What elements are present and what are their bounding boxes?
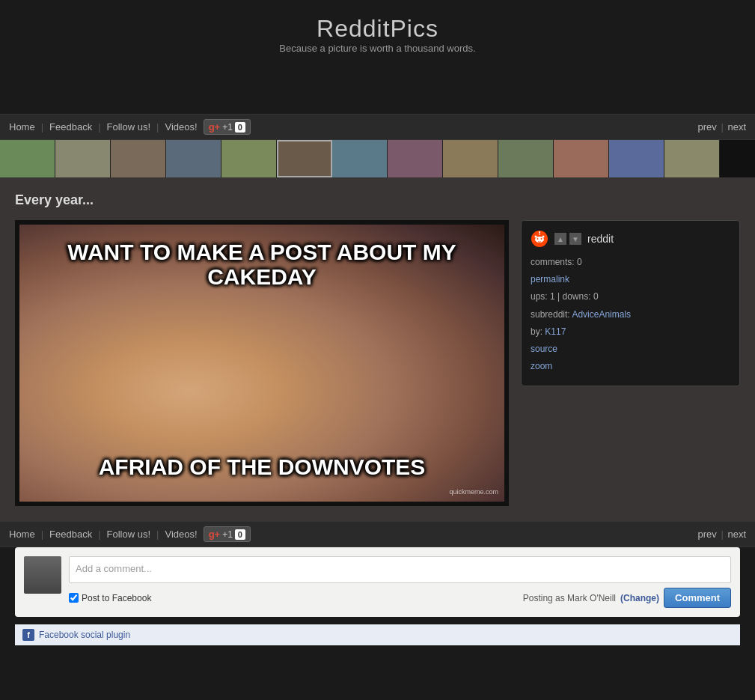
fb-social-plugin: f Facebook social plugin <box>15 624 740 645</box>
subreddit-row: subreddit: AdviceAnimals <box>531 308 730 322</box>
fb-plugin-label: Facebook social plugin <box>39 630 130 640</box>
meme-image: WANT TO MAKE A POST ABOUT MY CAKEDAY AFR… <box>19 225 504 502</box>
image-area: WANT TO MAKE A POST ABOUT MY CAKEDAY AFR… <box>15 220 509 506</box>
svg-point-7 <box>539 231 540 233</box>
by-row: by: K117 <box>531 325 730 339</box>
nav-feedback[interactable]: Feedback <box>49 121 92 133</box>
comments-row: comments: 0 <box>531 255 730 270</box>
gplus-icon: g+ <box>209 121 221 133</box>
bottom-nav-right: prev | next <box>697 529 746 540</box>
permalink-row: permalink <box>531 273 730 287</box>
site-header: RedditPics Because a picture is worth a … <box>0 0 755 61</box>
thumb-3[interactable] <box>111 140 166 177</box>
site-title: RedditPics <box>0 15 755 43</box>
bottom-nav-follow[interactable]: Follow us! <box>107 529 151 540</box>
bottom-next-link[interactable]: next <box>727 529 746 540</box>
downvote-button[interactable]: ▼ <box>569 233 581 245</box>
facebook-icon: f <box>22 629 34 641</box>
avatar-image <box>24 556 61 594</box>
subreddit-link[interactable]: AdviceAnimals <box>572 309 631 320</box>
ups-count: 1 <box>550 291 555 302</box>
comment-section: Add a comment... Post to Facebook Postin… <box>15 547 740 617</box>
change-link[interactable]: (Change) <box>620 593 659 603</box>
nav-sep4: | <box>721 121 723 133</box>
thumb-9[interactable] <box>443 140 498 177</box>
nav-videos[interactable]: Videos! <box>165 121 197 133</box>
comment-box-wrapper: Add a comment... Post to Facebook Postin… <box>24 556 731 608</box>
svg-point-4 <box>535 236 537 238</box>
nav-sep2: | <box>98 121 100 133</box>
nav-home[interactable]: Home <box>9 121 35 133</box>
meme-top-text: WANT TO MAKE A POST ABOUT MY CAKEDAY <box>19 225 504 289</box>
posting-as-text: Posting as Mark O'Neill <box>523 593 616 603</box>
sidebar: ▲ ▼ reddit comments: 0 permalink ups: 1 … <box>521 220 740 506</box>
bottom-nav-sep1: | <box>41 529 43 540</box>
ad-space <box>0 61 755 114</box>
site-subtitle: Because a picture is worth a thousand wo… <box>0 43 755 54</box>
nav-follow[interactable]: Follow us! <box>107 121 151 133</box>
comment-input[interactable]: Add a comment... <box>69 556 731 583</box>
svg-point-5 <box>542 236 545 238</box>
next-link[interactable]: next <box>727 121 746 133</box>
meme-bottom-text: AFRIAD OF THE DOWNVOTES <box>19 454 504 502</box>
post-body: WANT TO MAKE A POST ABOUT MY CAKEDAY AFR… <box>15 220 740 506</box>
bottom-gplus-button[interactable]: g+ +1 0 <box>204 526 251 542</box>
thumb-2[interactable] <box>55 140 111 177</box>
downs-count: 0 <box>593 291 599 302</box>
reddit-logo-icon <box>531 230 548 248</box>
downs-label: downs: <box>563 291 591 302</box>
prev-link[interactable]: prev <box>697 121 716 133</box>
zoom-link[interactable]: zoom <box>531 361 552 371</box>
reddit-header: ▲ ▼ reddit <box>531 230 730 248</box>
bottom-nav: Home | Feedback | Follow us! | Videos! g… <box>0 521 755 547</box>
reddit-label: reddit <box>587 233 614 245</box>
bottom-nav-sep3: | <box>156 529 159 540</box>
main-content: Every year... WANT TO MAKE A POST ABOUT … <box>0 177 755 521</box>
thumb-13[interactable] <box>664 140 720 177</box>
bottom-nav-sep2: | <box>98 529 100 540</box>
ups-downs-row: ups: 1 | downs: 0 <box>531 290 730 304</box>
comment-button[interactable]: Comment <box>664 588 731 608</box>
svg-point-3 <box>541 238 542 240</box>
source-row: source <box>531 342 730 356</box>
upvote-button[interactable]: ▲ <box>554 233 566 245</box>
gplus-count: 0 <box>235 122 245 133</box>
bottom-nav-sep4: | <box>721 529 723 540</box>
thumb-10[interactable] <box>498 140 554 177</box>
post-title: Every year... <box>15 192 740 208</box>
thumb-8[interactable] <box>388 140 443 177</box>
thumb-4[interactable] <box>166 140 221 177</box>
comment-right: Add a comment... Post to Facebook Postin… <box>69 556 731 608</box>
thumb-5[interactable] <box>221 140 277 177</box>
bottom-prev-next: prev | next <box>697 529 746 540</box>
thumb-6-active[interactable] <box>277 140 332 177</box>
gplus-button[interactable]: g+ +1 0 <box>204 119 251 135</box>
thumb-7[interactable] <box>332 140 388 177</box>
bottom-gplus-count: 0 <box>235 529 245 540</box>
bottom-prev-link[interactable]: prev <box>697 529 716 540</box>
vote-buttons: ▲ ▼ <box>554 233 581 245</box>
comments-count: 0 <box>577 257 582 267</box>
bottom-gplus-icon: g+ <box>209 529 221 540</box>
thumb-1[interactable] <box>0 140 55 177</box>
gplus-label: +1 <box>222 122 233 133</box>
nav-sep3: | <box>156 121 159 133</box>
thumb-11[interactable] <box>554 140 609 177</box>
bottom-nav-feedback[interactable]: Feedback <box>49 529 92 540</box>
post-to-fb-label: Post to Facebook <box>82 593 151 603</box>
bottom-gplus-label: +1 <box>222 529 233 540</box>
thumb-12[interactable] <box>609 140 664 177</box>
permalink-link[interactable]: permalink <box>531 274 569 284</box>
comment-footer: Post to Facebook Posting as Mark O'Neill… <box>69 588 731 608</box>
post-to-fb: Post to Facebook <box>69 593 151 603</box>
bottom-nav-left: Home | Feedback | Follow us! | Videos! g… <box>9 526 251 542</box>
by-user-link[interactable]: K117 <box>545 326 566 337</box>
post-to-fb-checkbox[interactable] <box>69 593 79 603</box>
nav-left: Home | Feedback | Follow us! | Videos! g… <box>9 119 251 135</box>
nav-right: prev | next <box>697 121 746 133</box>
bottom-nav-videos[interactable]: Videos! <box>165 529 197 540</box>
bottom-nav-home[interactable]: Home <box>9 529 35 540</box>
source-link[interactable]: source <box>531 344 557 354</box>
user-avatar <box>24 556 61 594</box>
prev-next: prev | next <box>697 121 746 133</box>
